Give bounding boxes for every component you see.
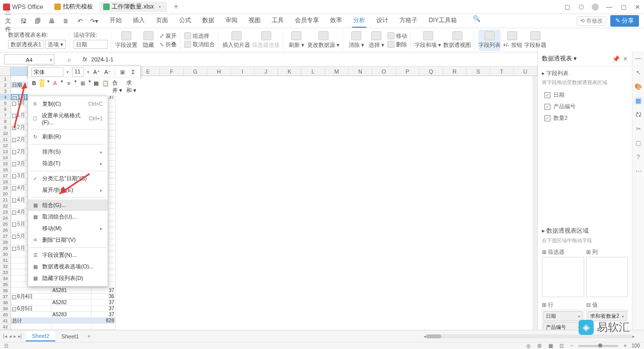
rows-zone[interactable]: 日期▾ 产品编号▾	[542, 310, 584, 332]
context-menu-item[interactable]: ✕删除"日期"(V)	[28, 234, 108, 246]
window-compact-icon[interactable]: ▢	[564, 4, 571, 11]
tab-page[interactable]: 页面	[155, 14, 169, 28]
add-sheet-button[interactable]: +	[85, 333, 93, 340]
merge-icon[interactable]: ⊞	[118, 68, 126, 76]
redo-icon[interactable]: ↷▾	[90, 17, 99, 26]
align-icon[interactable]: ≡	[66, 79, 71, 87]
col-header[interactable]: M	[325, 67, 349, 76]
context-menu-item[interactable]: 移动(M)▸	[28, 223, 108, 234]
merge-button[interactable]: 合并 ▾	[112, 79, 123, 94]
col-header[interactable]: Q	[420, 67, 443, 76]
tab-fangge[interactable]: 方格子	[398, 14, 419, 28]
undo-icon[interactable]: ↶	[75, 17, 85, 26]
col-header[interactable]: I	[231, 67, 255, 76]
col-header[interactable]: U	[514, 67, 537, 76]
fields-items-button[interactable]: 字段和项 ▾	[415, 30, 441, 51]
saveas-icon[interactable]: 🗐	[33, 17, 42, 26]
maximize-button[interactable]: ▢	[620, 4, 627, 11]
next-sheet-icon[interactable]: ▸	[14, 333, 16, 339]
search-icon[interactable]: 🔍	[472, 14, 481, 23]
tab-insert[interactable]: 插入	[132, 14, 146, 28]
plusminus-button[interactable]: +/- 按钮	[503, 30, 522, 51]
collapse-button[interactable]: ⤡ 折叠	[159, 41, 177, 48]
field-list-title[interactable]: ▸ 字段列表	[542, 69, 628, 77]
tab-view[interactable]: 视图	[248, 14, 262, 28]
hide-button[interactable]: 隐藏	[139, 30, 157, 51]
field-title-button[interactable]: 字段标题	[524, 30, 546, 51]
col-header[interactable]: T	[490, 67, 514, 76]
context-menu-item[interactable]: ⎘复制(C)Ctrl+C	[28, 98, 108, 110]
context-menu-item[interactable]: ☰字段设置(N)...	[28, 249, 108, 261]
font-select[interactable]: 宋体	[31, 67, 63, 77]
checkbox-icon[interactable]: ✓	[544, 104, 550, 110]
areas-title[interactable]: ▸ 数据透视表区域	[542, 227, 628, 235]
context-menu-item[interactable]: 筛选(T)▸	[28, 158, 108, 169]
change-source-button[interactable]: 更改数据源 ▾	[307, 30, 340, 51]
group-select-button[interactable]: 组选择	[193, 32, 209, 40]
ungroup-button[interactable]: 取消组合	[193, 41, 215, 48]
tab-start[interactable]: 开始	[109, 14, 123, 28]
font-color-icon[interactable]: A	[52, 79, 58, 87]
context-menu-item[interactable]: ▦数据透视表选项(O)...	[28, 261, 108, 272]
panel-close-icon[interactable]: ✕	[623, 55, 628, 62]
col-header[interactable]: F	[160, 67, 184, 76]
fx-icon[interactable]: fx	[83, 56, 87, 63]
paste-icon[interactable]: 📋	[102, 79, 109, 87]
move-button[interactable]: 移动	[396, 32, 407, 40]
style-icon[interactable]: 🎨	[634, 83, 642, 91]
col-header[interactable]: P	[396, 67, 420, 76]
context-menu-item[interactable]: 展开/折叠(E)▸	[28, 184, 108, 196]
bold-icon[interactable]: B	[31, 79, 37, 87]
col-header[interactable]: J	[255, 67, 278, 76]
border-icon[interactable]: ⊞	[79, 79, 85, 87]
last-sheet-icon[interactable]: ▸|	[18, 333, 22, 339]
share-button[interactable]: ✎ 分享	[610, 15, 639, 27]
active-field-input[interactable]: 日期	[73, 40, 108, 49]
add-tab-button[interactable]: +	[171, 2, 181, 12]
zoom-slider[interactable]	[578, 345, 618, 347]
cancel-icon[interactable]: ⌕	[64, 55, 73, 64]
prev-sheet-icon[interactable]: ◂	[9, 333, 12, 339]
increase-font-icon[interactable]: A⁺	[93, 68, 101, 76]
tab-tools[interactable]: 工具	[271, 14, 285, 28]
pivot-panel-icon[interactable]: ▦	[634, 97, 642, 105]
format-icon[interactable]: ▦	[94, 79, 99, 87]
cols-zone[interactable]	[586, 257, 628, 297]
print-icon[interactable]: 🖶	[47, 17, 56, 26]
avatar-icon[interactable]	[592, 4, 599, 11]
col-header[interactable]: O	[372, 67, 396, 76]
tab-design[interactable]: 设计	[375, 14, 389, 28]
field-settings-button[interactable]: 字段设置	[115, 30, 137, 51]
tab-efficiency[interactable]: 效率	[329, 14, 343, 28]
select-tool-icon[interactable]: ↖	[634, 68, 642, 77]
autosum-icon[interactable]: Σ	[129, 68, 137, 76]
sum-button[interactable]: 求和 ▾	[126, 79, 137, 94]
first-sheet-icon[interactable]: |◂	[3, 333, 7, 339]
col-header[interactable]: H	[207, 67, 231, 76]
vertical-scrollbar[interactable]	[532, 76, 537, 335]
tab-analyze[interactable]: 分析	[352, 14, 366, 28]
decrease-font-icon[interactable]: A⁻	[104, 68, 112, 76]
more-icon[interactable]: ▢	[634, 139, 642, 147]
changes-badge[interactable]: ⟲ 有修改	[577, 16, 606, 26]
field-item[interactable]: ✓产品编号	[542, 101, 628, 112]
col-header[interactable]: S	[466, 67, 490, 76]
tab-data[interactable]: 数据	[201, 14, 215, 28]
sheet-tab[interactable]: Sheet2	[26, 331, 55, 341]
context-menu-item[interactable]: ▦隐藏字段列表(D)	[28, 272, 108, 284]
close-button[interactable]: ✕	[634, 4, 641, 11]
context-menu-item[interactable]: ▦组合(G)...	[28, 199, 108, 211]
tab-review[interactable]: 审阅	[224, 14, 238, 28]
refresh-button[interactable]: 刷新 ▾	[287, 30, 305, 51]
field-list-button[interactable]: 字段列表	[478, 30, 501, 51]
col-header[interactable]: L	[301, 67, 325, 76]
sheet-tab[interactable]: Sheet1	[55, 332, 85, 341]
checkbox-icon[interactable]: ✓	[544, 115, 550, 121]
settings-icon[interactable]: ✂	[634, 125, 642, 133]
insert-slicer-button[interactable]: 插入切片器	[222, 30, 250, 51]
row-chip[interactable]: 日期▾	[543, 311, 583, 321]
pivot-chart-button[interactable]: 数据透视图	[443, 30, 471, 51]
zoom-value[interactable]: 100	[631, 343, 640, 348]
file-menu[interactable]: 三 文件	[5, 17, 14, 26]
font-size-select[interactable]: 11	[72, 67, 84, 77]
